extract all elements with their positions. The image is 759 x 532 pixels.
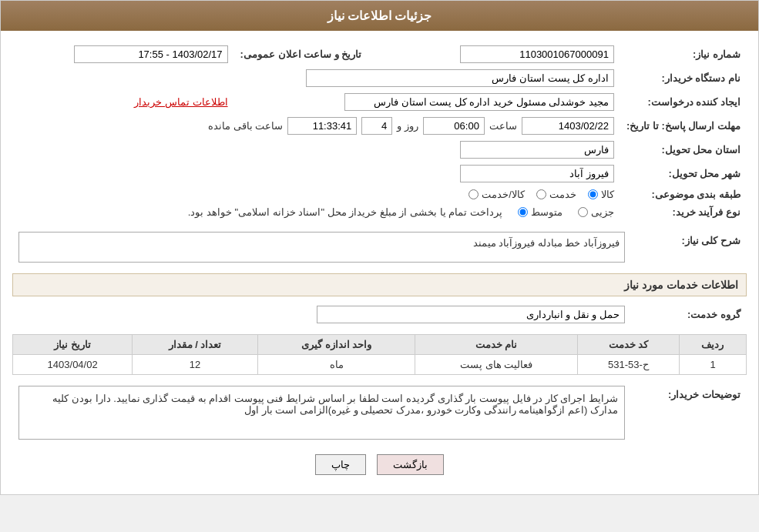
purchase-type-motavasset[interactable]: متوسط xyxy=(518,206,563,218)
services-section-header: اطلاعات خدمات مورد نیاز xyxy=(12,273,747,296)
buyer-org-row: نام دستگاه خریدار: xyxy=(12,66,747,90)
category-both-label: کالا/خدمت xyxy=(482,189,525,200)
services-table-header: ردیف کد خدمت نام خدمت واحد اندازه گیری ت… xyxy=(13,335,747,355)
purchase-jozi-radio[interactable] xyxy=(578,207,588,217)
action-buttons: بازگشت چاپ xyxy=(12,454,747,475)
deadline-label: مهلت ارسال پاسخ: تا تاریخ: xyxy=(620,114,747,138)
table-row: 1ح-53-531فعالیت های پستماه121403/04/02 xyxy=(13,355,747,375)
service-group-label: گروه خدمت: xyxy=(631,303,747,326)
creator-label: ایجاد کننده درخواست: xyxy=(620,90,747,114)
back-button[interactable]: بازگشت xyxy=(377,454,444,475)
cell-date: 1403/04/02 xyxy=(13,355,133,375)
category-kala-label: کالا xyxy=(601,189,614,200)
col-quantity: تعداد / مقدار xyxy=(133,335,257,355)
buyer-notes-text: شرایط اجرای کار در فایل پیوست بار گذاری … xyxy=(52,393,618,416)
city-label: شهر محل تحویل: xyxy=(620,162,747,186)
category-kala-radio[interactable] xyxy=(588,189,598,199)
buyer-org-input[interactable] xyxy=(306,69,614,87)
description-row: شرح کلی نیاز: فیروزآباد خط مبادله فیروزآ… xyxy=(12,229,747,266)
province-row: استان محل تحویل: xyxy=(12,138,747,162)
col-row-num: ردیف xyxy=(679,335,746,355)
response-days-label: روز و xyxy=(397,120,418,132)
response-date-input[interactable] xyxy=(522,117,614,135)
notes-table: توضیحات خریدار: شرایط اجرای کار در فایل … xyxy=(12,383,747,443)
need-number-label: شماره نیاز: xyxy=(620,42,747,66)
category-both[interactable]: کالا/خدمت xyxy=(468,189,525,200)
page-title: جزئیات اطلاعات نیاز xyxy=(327,9,432,22)
purchase-type-row: نوع فرآیند خرید: جزیی متوسط پرداخت تمام … xyxy=(12,203,747,221)
purchase-motavasset-radio[interactable] xyxy=(518,207,528,217)
category-kala[interactable]: کالا xyxy=(588,189,614,200)
service-group-table: گروه خدمت: xyxy=(12,303,747,326)
purchase-type-jozi[interactable]: جزیی xyxy=(578,206,614,218)
page-header: جزئیات اطلاعات نیاز xyxy=(1,1,758,31)
response-remaining-input[interactable] xyxy=(287,117,357,135)
page-wrapper: جزئیات اطلاعات نیاز شماره نیاز: تاریخ و … xyxy=(0,0,759,495)
deadline-row: مهلت ارسال پاسخ: تا تاریخ: ساعت روز و سا… xyxy=(12,114,747,138)
category-khadamat-radio[interactable] xyxy=(536,189,546,199)
cell-service_code: ح-53-531 xyxy=(577,355,679,375)
province-input[interactable] xyxy=(460,141,614,159)
need-number-input[interactable] xyxy=(460,45,614,63)
cell-quantity: 12 xyxy=(133,355,257,375)
category-khadamat-label: خدمت xyxy=(549,189,576,200)
description-box-wrapper: فیروزآباد خط مبادله فیروزآباد میمند xyxy=(18,232,625,263)
creator-row: ایجاد کننده درخواست: اطلاعات تماس خریدار xyxy=(12,90,747,114)
announcement-date-input[interactable] xyxy=(74,45,228,63)
response-days-input[interactable] xyxy=(361,117,392,135)
creator-input[interactable] xyxy=(344,93,614,111)
description-label: شرح کلی نیاز: xyxy=(631,229,747,266)
response-time-label: ساعت xyxy=(489,120,517,132)
cell-row_num: 1 xyxy=(679,355,746,375)
category-khadamat[interactable]: خدمت xyxy=(536,189,576,200)
col-unit: واحد اندازه گیری xyxy=(257,335,415,355)
purchase-motavasset-label: متوسط xyxy=(531,206,563,218)
col-date: تاریخ نیاز xyxy=(13,335,133,355)
announcement-date-value xyxy=(12,42,234,66)
need-description-box: فیروزآباد خط مبادله فیروزآباد میمند xyxy=(18,232,625,263)
col-service-code: کد خدمت xyxy=(577,335,679,355)
category-row: طبقه بندی موضوعی: کالا خدمت کالا/خدمت xyxy=(12,186,747,203)
col-service-name: نام خدمت xyxy=(415,335,577,355)
service-group-row: گروه خدمت: xyxy=(12,303,747,326)
need-description-text: فیروزآباد خط مبادله فیروزآباد میمند xyxy=(473,237,620,249)
purchase-jozi-label: جزیی xyxy=(591,206,614,218)
province-label: استان محل تحویل: xyxy=(620,138,747,162)
purchase-type-label: نوع فرآیند خرید: xyxy=(620,203,747,221)
notes-label: توضیحات خریدار: xyxy=(631,383,747,443)
response-time-input[interactable] xyxy=(423,117,485,135)
city-row: شهر محل تحویل: xyxy=(12,162,747,186)
buyer-notes-box: شرایط اجرای کار در فایل پیوست بار گذاری … xyxy=(18,386,625,440)
description-table: شرح کلی نیاز: فیروزآباد خط مبادله فیروزآ… xyxy=(12,229,747,266)
city-input[interactable] xyxy=(460,165,614,182)
notes-row: توضیحات خریدار: شرایط اجرای کار در فایل … xyxy=(12,383,747,443)
content-area: شماره نیاز: تاریخ و ساعت اعلان عمومی: نا… xyxy=(1,31,758,494)
need-number-row: شماره نیاز: تاریخ و ساعت اعلان عمومی: xyxy=(12,42,747,66)
category-both-radio[interactable] xyxy=(468,189,479,199)
buyer-org-label: نام دستگاه خریدار: xyxy=(620,66,747,90)
print-button[interactable]: چاپ xyxy=(315,454,366,475)
service-group-input[interactable] xyxy=(317,306,625,323)
purchase-type-desc: پرداخت تمام یا بخشی از مبلغ خریداز محل "… xyxy=(188,206,502,218)
need-number-value xyxy=(398,42,620,66)
cell-unit: ماه xyxy=(257,355,415,375)
main-info-table: شماره نیاز: تاریخ و ساعت اعلان عمومی: نا… xyxy=(12,42,747,221)
cell-service_name: فعالیت های پست xyxy=(415,355,577,375)
services-table: ردیف کد خدمت نام خدمت واحد اندازه گیری ت… xyxy=(12,334,747,375)
response-remaining-label: ساعت باقی مانده xyxy=(208,120,283,132)
category-label: طبقه بندی موضوعی: xyxy=(620,186,747,203)
contact-link[interactable]: اطلاعات تماس خریدار xyxy=(134,96,227,108)
announcement-date-label: تاریخ و ساعت اعلان عمومی: xyxy=(234,42,368,66)
